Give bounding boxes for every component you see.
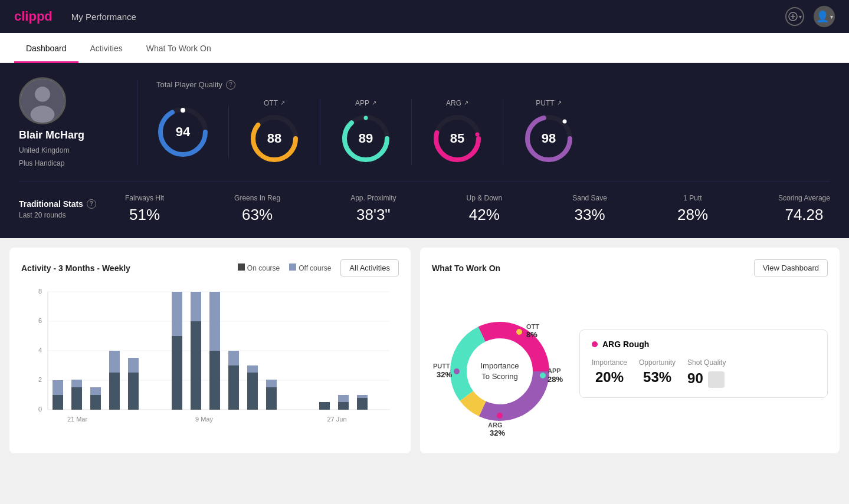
bar	[357, 398, 368, 410]
trad-updown: Up & Down 42%	[467, 194, 503, 224]
svg-text:28%: 28%	[548, 375, 563, 384]
bar	[191, 321, 201, 410]
bar	[209, 351, 220, 410]
svg-text:ARG: ARG	[488, 421, 502, 429]
bar	[247, 365, 258, 373]
wtwo-content: OTT 8% APP 28% ARG 32% PUTT 32%	[432, 286, 828, 442]
donut-chart-wrap: OTT 8% APP 28% ARG 32% PUTT 32%	[432, 286, 568, 442]
putt-gauge-wrap: 98	[522, 112, 575, 165]
trad-sandsave: Sand Save 33%	[572, 194, 607, 224]
trad-help-icon[interactable]: ?	[87, 199, 96, 209]
player-info: Blair McHarg United Kingdom Plus Handica…	[19, 77, 137, 167]
nav-tabs: Dashboard Activities What To Work On	[0, 33, 849, 63]
detail-card-title: ARG Rough	[592, 340, 815, 349]
svg-text:8%: 8%	[526, 330, 537, 339]
shot-quality-badge	[708, 371, 725, 388]
svg-point-38	[516, 329, 522, 335]
detail-importance: Importance 20%	[592, 358, 627, 388]
detail-dot	[592, 341, 598, 347]
trad-title: Traditional Stats ?	[19, 199, 125, 209]
detail-metrics: Importance 20% Opportunity 53% Shot Qual…	[592, 358, 815, 388]
donut-center-text: Importance To Scoring	[480, 361, 519, 382]
bar	[266, 380, 277, 387]
svg-text:APP: APP	[548, 367, 561, 374]
bar	[128, 358, 139, 373]
player-avatar	[19, 77, 66, 124]
svg-text:2: 2	[38, 376, 42, 383]
bar	[338, 395, 349, 402]
header-title: My Performance	[71, 12, 785, 22]
bar	[247, 373, 258, 410]
svg-point-47	[454, 368, 460, 374]
svg-text:32%: 32%	[437, 370, 452, 379]
svg-point-16	[476, 132, 480, 136]
header-actions: ▾ 👤▾	[785, 6, 835, 27]
activity-title: Activity - 3 Months - Weekly	[21, 263, 130, 273]
svg-point-4	[35, 87, 50, 102]
bar	[172, 292, 182, 336]
arg-gauge: ARG↗ 85	[412, 99, 503, 165]
bar	[90, 387, 101, 395]
arg-label: ARG↗	[446, 99, 468, 107]
logo: clippd	[14, 9, 53, 24]
wtwo-panel: What To Work On View Dashboard	[420, 248, 840, 453]
ott-gauge-wrap: 88	[248, 112, 301, 165]
bar	[90, 395, 101, 410]
main-quality-gauge: 94	[156, 106, 229, 159]
arg-value: 85	[450, 131, 464, 146]
bar	[228, 365, 239, 410]
bar	[109, 351, 120, 373]
bar	[71, 380, 82, 387]
wtwo-panel-header: What To Work On View Dashboard	[432, 259, 828, 276]
avatar[interactable]: 👤▾	[814, 6, 835, 27]
quality-section: Total Player Quality ? 94	[137, 80, 830, 165]
detail-opportunity: Opportunity 53%	[639, 358, 676, 388]
banner-top: Blair McHarg United Kingdom Plus Handica…	[19, 77, 830, 167]
bar	[53, 395, 63, 410]
main-gauge-value: 94	[176, 124, 190, 140]
svg-point-19	[563, 119, 567, 123]
quality-label: Total Player Quality ?	[156, 80, 830, 90]
detail-shot-quality: Shot Quality 90	[687, 358, 726, 388]
activity-chart: 0 2 4 6 8	[21, 286, 399, 427]
all-activities-button[interactable]: All Activities	[340, 259, 399, 276]
app-label: APP↗	[355, 99, 376, 107]
tab-what-to-work-on[interactable]: What To Work On	[135, 33, 223, 63]
view-dashboard-button[interactable]: View Dashboard	[754, 259, 828, 276]
bar	[109, 373, 120, 410]
putt-value: 98	[542, 131, 556, 146]
trad-greens: Greens In Reg 63%	[234, 194, 280, 224]
app-gauge: APP↗ 89	[320, 99, 412, 165]
svg-text:6: 6	[38, 317, 42, 324]
svg-text:4: 4	[38, 347, 42, 354]
help-icon[interactable]: ?	[226, 80, 235, 90]
trad-fairways: Fairways Hit 51%	[125, 194, 164, 224]
add-button[interactable]: ▾	[785, 7, 804, 26]
putt-gauge: PUTT↗ 98	[503, 99, 594, 165]
bar	[71, 387, 82, 410]
svg-point-8	[181, 108, 185, 113]
app-value: 89	[359, 131, 373, 146]
wtwo-title: What To Work On	[432, 263, 500, 273]
svg-text:PUTT: PUTT	[433, 363, 450, 370]
svg-point-44	[497, 413, 503, 419]
bar	[209, 292, 220, 351]
svg-text:32%: 32%	[490, 429, 505, 437]
stats-banner: Blair McHarg United Kingdom Plus Handica…	[0, 63, 849, 238]
bar	[53, 380, 63, 395]
svg-text:8: 8	[38, 288, 42, 295]
trad-items: Fairways Hit 51% Greens In Reg 63% App. …	[125, 194, 830, 224]
tab-activities[interactable]: Activities	[78, 33, 135, 63]
trad-scoring: Scoring Average 74.28	[778, 194, 830, 224]
svg-point-13	[364, 116, 368, 120]
svg-text:9 May: 9 May	[195, 416, 213, 423]
tab-dashboard[interactable]: Dashboard	[14, 33, 78, 63]
activity-panel: Activity - 3 Months - Weekly On course O…	[9, 248, 411, 453]
bar	[191, 292, 201, 321]
activity-legend: On course Off course	[238, 263, 332, 272]
svg-text:OTT: OTT	[526, 323, 539, 330]
ott-label: OTT↗	[264, 99, 285, 107]
player-name: Blair McHarg	[19, 129, 84, 141]
svg-text:0: 0	[38, 406, 42, 413]
bar	[172, 336, 182, 410]
